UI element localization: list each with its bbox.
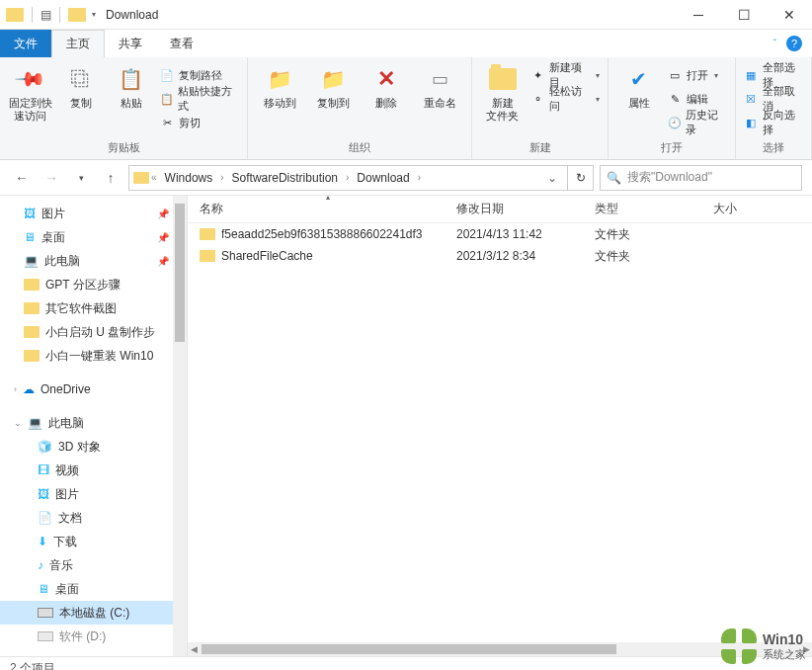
minimize-button[interactable]: ─ bbox=[676, 0, 721, 30]
file-name: f5eaadd25eb9f6381538886602241df3 bbox=[221, 227, 423, 241]
invert-icon: ◧ bbox=[744, 115, 759, 130]
copy-path-button[interactable]: 📄复制路径 bbox=[159, 65, 239, 85]
select-all-icon: ▦ bbox=[744, 67, 759, 83]
help-icon[interactable]: ? bbox=[786, 36, 802, 51]
invert-selection-button[interactable]: ◧反向选择 bbox=[744, 113, 803, 132]
folder-icon bbox=[24, 350, 40, 362]
sidebar-item-soft-d[interactable]: 软件 (D:) bbox=[0, 625, 187, 648]
column-header-modified[interactable]: 修改日期 bbox=[456, 201, 595, 217]
easy-access-button[interactable]: ⚬轻松访问▾ bbox=[530, 89, 600, 109]
copy-to-icon: 📁 bbox=[321, 67, 346, 91]
sidebar-item-onedrive[interactable]: ›☁OneDrive bbox=[0, 377, 187, 401]
pin-icon: 📌 bbox=[13, 62, 47, 97]
column-header-size[interactable]: 大小 bbox=[713, 201, 792, 217]
column-header-name[interactable]: ▴名称 bbox=[200, 201, 456, 217]
paste-shortcut-button[interactable]: 📋粘贴快捷方式 bbox=[159, 89, 239, 109]
pin-to-quick-access-button[interactable]: 📌 固定到快 速访问 bbox=[8, 61, 52, 123]
rename-button[interactable]: ▭ 重命名 bbox=[416, 61, 463, 110]
edit-button[interactable]: ✎编辑 bbox=[667, 89, 726, 109]
sidebar-item-documents[interactable]: 📄文档 bbox=[0, 506, 187, 530]
easy-access-icon: ⚬ bbox=[530, 91, 545, 107]
select-all-button[interactable]: ▦全部选择 bbox=[744, 65, 803, 85]
nav-back-button[interactable]: ← bbox=[10, 166, 34, 190]
open-icon: ▭ bbox=[667, 67, 683, 83]
pictures-icon: 🖼 bbox=[24, 207, 36, 220]
sidebar-scrollbar[interactable] bbox=[173, 196, 187, 656]
refresh-button[interactable]: ↻ bbox=[568, 165, 594, 191]
properties-button[interactable]: ✔ 属性 bbox=[616, 61, 661, 110]
breadcrumb-item[interactable]: SoftwareDistribution bbox=[226, 171, 344, 185]
new-item-icon: ✦ bbox=[530, 67, 545, 83]
group-label-clipboard: 剪贴板 bbox=[8, 138, 239, 159]
move-to-button[interactable]: 📁 移动到 bbox=[256, 61, 303, 110]
breadcrumb-item[interactable]: Windows bbox=[159, 171, 219, 185]
nav-up-button[interactable]: ↑ bbox=[99, 166, 122, 190]
sidebar-item-downloads[interactable]: ⬇下载 bbox=[0, 530, 187, 553]
status-bar: 2 个项目 bbox=[0, 656, 812, 670]
folder-icon bbox=[24, 279, 40, 291]
new-item-button[interactable]: ✦新建项目▾ bbox=[530, 65, 600, 85]
close-button[interactable]: ✕ bbox=[767, 0, 812, 30]
copy-to-button[interactable]: 📁 复制到 bbox=[309, 61, 357, 110]
navigation-pane: 🖼图片📌 🖥桌面📌 💻此电脑📌 GPT 分区步骤 其它软件截图 小白启动 U 盘… bbox=[0, 196, 188, 656]
history-button[interactable]: 🕘历史记录 bbox=[667, 113, 726, 132]
search-placeholder: 搜索"Download" bbox=[627, 169, 712, 186]
sidebar-item-this-pc[interactable]: ⌄💻此电脑 bbox=[0, 411, 187, 435]
nav-forward-button[interactable]: → bbox=[40, 166, 63, 190]
properties-icon: ✔ bbox=[630, 67, 647, 91]
select-none-button[interactable]: ☒全部取消 bbox=[744, 89, 803, 109]
content-horizontal-scrollbar[interactable]: ◀ ▶ bbox=[188, 642, 812, 656]
watermark-logo-icon bbox=[721, 628, 757, 664]
file-type: 文件夹 bbox=[595, 226, 713, 243]
sidebar-item-screenshots[interactable]: 其它软件截图 bbox=[0, 296, 187, 320]
sidebar-item-gpt[interactable]: GPT 分区步骤 bbox=[0, 273, 187, 296]
edit-icon: ✎ bbox=[667, 91, 683, 107]
disk-icon bbox=[38, 608, 53, 618]
paste-shortcut-icon: 📋 bbox=[159, 91, 174, 107]
search-icon: 🔍 bbox=[607, 171, 621, 185]
paste-button[interactable]: 📋 粘贴 bbox=[109, 61, 153, 110]
delete-button[interactable]: ✕ 删除 bbox=[363, 61, 410, 110]
sidebar-item-local-disk-c[interactable]: 本地磁盘 (C:) bbox=[0, 601, 187, 625]
address-dropdown-icon[interactable]: ⌄ bbox=[541, 171, 563, 185]
ribbon: 📌 固定到快 速访问 ⿻ 复制 📋 粘贴 📄复制路径 📋粘贴快捷方式 ✂剪切 剪… bbox=[0, 57, 812, 160]
qat-properties-icon[interactable]: ▤ bbox=[41, 8, 51, 22]
sidebar-item-desktop[interactable]: 🖥桌面📌 bbox=[0, 225, 187, 249]
new-folder-button[interactable]: 新建 文件夹 bbox=[480, 61, 525, 123]
ribbon-collapse-icon[interactable]: ˇ bbox=[773, 39, 776, 49]
sidebar-item-3d-objects[interactable]: 🧊3D 对象 bbox=[0, 435, 187, 459]
tab-file[interactable]: 文件 bbox=[0, 30, 51, 57]
sidebar-item-this-pc-quick[interactable]: 💻此电脑📌 bbox=[0, 249, 187, 273]
open-button[interactable]: ▭打开▾ bbox=[667, 65, 726, 85]
search-box[interactable]: 🔍 搜索"Download" bbox=[600, 165, 802, 191]
music-icon: ♪ bbox=[38, 558, 43, 572]
copy-path-icon: 📄 bbox=[159, 67, 175, 83]
cut-button[interactable]: ✂剪切 bbox=[159, 113, 239, 132]
qat-dropdown-icon[interactable]: ▾ bbox=[92, 10, 96, 19]
tab-share[interactable]: 共享 bbox=[105, 30, 156, 57]
sidebar-item-videos[interactable]: 🎞视频 bbox=[0, 459, 187, 482]
breadcrumb-item[interactable]: Download bbox=[351, 171, 415, 185]
sidebar-item-pictures-2[interactable]: 🖼图片 bbox=[0, 482, 187, 506]
sidebar-item-desktop-2[interactable]: 🖥桌面 bbox=[0, 577, 187, 601]
sidebar-item-music[interactable]: ♪音乐 bbox=[0, 553, 187, 577]
maximize-button[interactable]: ☐ bbox=[721, 0, 767, 30]
qat-folder-icon[interactable] bbox=[68, 8, 86, 22]
tab-view[interactable]: 查看 bbox=[156, 30, 207, 57]
sidebar-item-xiaobai-reinstall[interactable]: 小白一键重装 Win10 bbox=[0, 344, 187, 368]
file-row[interactable]: SharedFileCache 2021/3/12 8:34 文件夹 bbox=[188, 245, 812, 267]
pictures-icon: 🖼 bbox=[38, 487, 49, 501]
pin-icon: 📌 bbox=[157, 256, 169, 267]
copy-button[interactable]: ⿻ 复制 bbox=[58, 61, 103, 110]
column-header-type[interactable]: 类型 bbox=[595, 201, 713, 217]
file-row[interactable]: f5eaadd25eb9f6381538886602241df3 2021/4/… bbox=[188, 223, 812, 245]
sidebar-item-xiaobai-usb[interactable]: 小白启动 U 盘制作步 bbox=[0, 320, 187, 344]
ribbon-group-new: 新建 文件夹 ✦新建项目▾ ⚬轻松访问▾ 新建 bbox=[472, 57, 609, 159]
cut-icon: ✂ bbox=[159, 115, 175, 130]
tab-home[interactable]: 主页 bbox=[51, 30, 105, 57]
address-bar[interactable]: « Windows › SoftwareDistribution › Downl… bbox=[128, 165, 568, 191]
pc-icon: 💻 bbox=[28, 416, 42, 430]
sidebar-item-pictures[interactable]: 🖼图片📌 bbox=[0, 202, 187, 225]
folder-icon bbox=[24, 302, 40, 314]
nav-recent-dropdown[interactable]: ▾ bbox=[69, 166, 93, 190]
